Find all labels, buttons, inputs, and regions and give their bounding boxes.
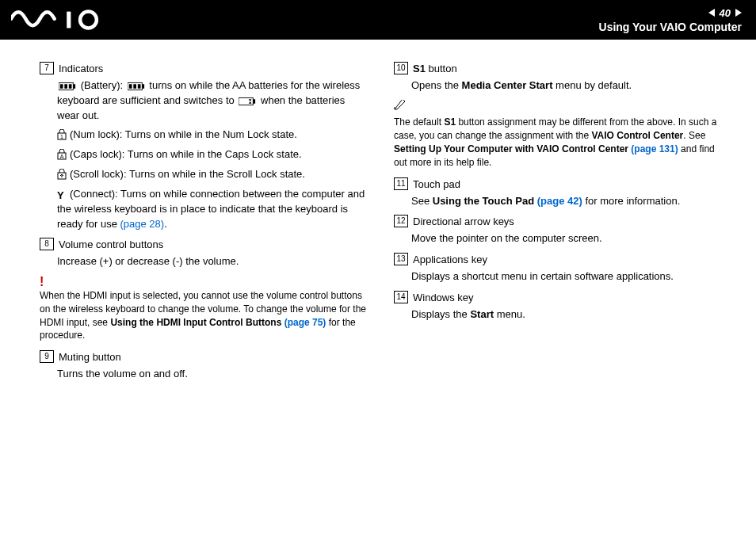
hdmi-note: ! When the HDMI input is selected, you c…: [40, 276, 370, 342]
pencil-icon: [394, 100, 408, 115]
right-column: 10S1 button Opens the Media Center Start…: [394, 62, 724, 388]
scrolllock-text: (Scroll lock): Turns on while in the Scr…: [70, 168, 305, 180]
svg-rect-8: [142, 85, 144, 90]
connect-line: Y(Connect): Turns on while connection be…: [40, 187, 370, 232]
win-title: Windows key: [413, 292, 474, 303]
svg-text:A: A: [60, 154, 64, 159]
s1-body-a: Opens the: [411, 79, 462, 91]
page-42-link[interactable]: (page 42): [537, 195, 582, 207]
item-s1: 10S1 button Opens the Media Center Start…: [394, 62, 724, 93]
s1-note: The default S1 button assignment may be …: [394, 100, 724, 170]
svg-rect-6: [69, 85, 72, 90]
pager: 40: [708, 7, 742, 19]
battery-line: (Battery): turns on while the AA batteri…: [40, 78, 370, 124]
prev-page-icon[interactable]: [708, 9, 715, 17]
s1-note-a: The default: [394, 116, 444, 128]
svg-marker-14: [249, 100, 252, 105]
svg-rect-11: [138, 85, 141, 90]
header-bar: 40 Using Your VAIO Computer: [0, 0, 756, 40]
numlock-line: 1 (Num lock): Turns on while in the Num …: [40, 128, 370, 143]
arrow-body: Move the pointer on the computer screen.: [394, 231, 724, 246]
svg-point-1: [80, 12, 97, 29]
numlock-icon: 1: [57, 129, 67, 140]
svg-rect-13: [254, 100, 256, 105]
win-body-a: Displays the: [411, 308, 470, 320]
volume-body: Increase (+) or decrease (-) the volume.: [40, 254, 370, 269]
battery-full-icon-2: [128, 81, 145, 90]
s1-body-c: menu by default.: [552, 79, 632, 91]
arrow-title: Directional arrow keys: [413, 216, 514, 227]
svg-rect-4: [60, 85, 63, 90]
page-body: 7Indicators (Battery): turns on while th…: [0, 40, 756, 388]
capslock-text: (Caps lock): Turns on while in the Caps …: [70, 148, 302, 160]
next-page-icon[interactable]: [735, 9, 742, 17]
win-body: Displays the Start menu.: [394, 307, 724, 322]
item-arrow-keys: 12Directional arrow keys Move the pointe…: [394, 215, 724, 246]
section-title: Using Your VAIO Computer: [599, 21, 742, 33]
touchpad-body: See Using the Touch Pad (page 42) for mo…: [394, 194, 724, 209]
numlock-text: (Num lock): Turns on while in the Num Lo…: [70, 128, 297, 140]
touchpad-body-a: See: [411, 195, 433, 207]
callout-7: 7: [40, 62, 54, 74]
apps-body: Displays a shortcut menu in certain soft…: [394, 269, 724, 284]
touchpad-body-b: Using the Touch Pad: [433, 195, 537, 207]
capslock-icon: A: [57, 149, 67, 160]
svg-text:1: 1: [60, 134, 63, 139]
page-number: 40: [720, 7, 731, 19]
scrolllock-icon: [57, 169, 67, 180]
callout-13: 13: [394, 253, 408, 265]
item-muting: 9Muting button Turns the volume on and o…: [40, 350, 370, 382]
s1-title-a: S1: [413, 63, 426, 74]
s1-note-e: . See: [683, 130, 705, 141]
svg-rect-9: [129, 85, 132, 90]
muting-body: Turns the volume on and off.: [40, 367, 370, 382]
callout-12: 12: [394, 215, 408, 227]
page-131-link[interactable]: (page 131): [631, 143, 678, 154]
connect-post: .: [164, 218, 167, 230]
item-windows-key: 14Windows key Displays the Start menu.: [394, 291, 724, 322]
touchpad-title: Touch pad: [413, 178, 460, 190]
s1-note-d: VAIO Control Center: [592, 130, 684, 141]
page-75-link[interactable]: (page 75): [284, 317, 326, 328]
connect-icon: Y: [57, 189, 67, 200]
connect-text: (Connect): Turns on while connection bet…: [57, 188, 365, 230]
indicators-title: Indicators: [59, 63, 103, 74]
battery-text-a: (Battery):: [81, 79, 126, 91]
vaio-logo: [11, 0, 114, 40]
callout-10: 10: [394, 62, 408, 74]
warning-icon: !: [40, 275, 44, 288]
svg-rect-3: [73, 85, 75, 90]
scrolllock-line: (Scroll lock): Turns on while in the Scr…: [40, 167, 370, 182]
capslock-line: A (Caps lock): Turns on while in the Cap…: [40, 147, 370, 162]
item-applications-key: 13Applications key Displays a shortcut m…: [394, 253, 724, 284]
s1-body: Opens the Media Center Start menu by def…: [394, 78, 724, 93]
svg-rect-0: [67, 12, 71, 29]
svg-rect-10: [133, 85, 136, 90]
callout-11: 11: [394, 177, 408, 190]
page-28-link[interactable]: (page 28): [120, 218, 165, 230]
apps-title: Applications key: [413, 254, 487, 265]
s1-note-b: S1: [444, 116, 456, 128]
item-touchpad: 11Touch pad See Using the Touch Pad (pag…: [394, 177, 724, 209]
item-indicators: 7Indicators (Battery): turns on while th…: [40, 62, 370, 231]
touchpad-body-c: for more information.: [582, 195, 681, 207]
s1-note-f: Setting Up Your Computer with VAIO Contr…: [394, 143, 631, 154]
callout-14: 14: [394, 291, 408, 303]
callout-9: 9: [40, 350, 54, 363]
muting-title: Muting button: [59, 351, 121, 363]
win-body-b: Start: [470, 308, 494, 320]
win-body-c: menu.: [494, 308, 525, 320]
svg-rect-12: [239, 98, 253, 105]
item-volume: 8Volume control buttons Increase (+) or …: [40, 238, 370, 269]
battery-low-icon: [239, 96, 256, 105]
battery-full-icon: [59, 81, 76, 90]
s1-title-b: button: [426, 63, 457, 74]
s1-body-b: Media Center Start: [462, 79, 553, 91]
left-column: 7Indicators (Battery): turns on while th…: [40, 62, 370, 388]
svg-rect-5: [64, 85, 67, 90]
hdmi-note-b: Using the HDMI Input Control Buttons: [110, 317, 284, 328]
callout-8: 8: [40, 238, 54, 250]
volume-title: Volume control buttons: [59, 238, 163, 250]
